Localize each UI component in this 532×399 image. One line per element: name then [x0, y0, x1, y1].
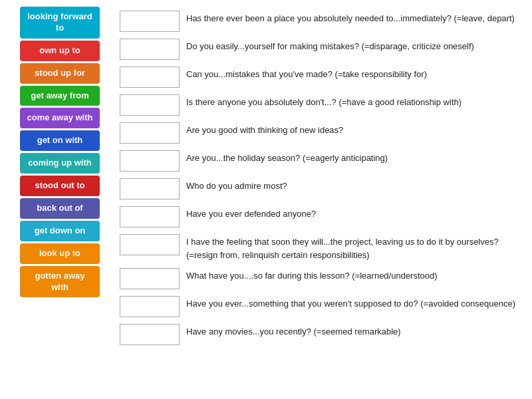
clue-text-11: Have any movies...you recently? (=seemed…: [186, 324, 401, 338]
match-row-3: Is there anyone you absolutely don't...?…: [120, 92, 525, 118]
match-row-0: Has there ever been a place you absolute…: [120, 8, 525, 35]
phrase-button-1[interactable]: own up to: [20, 41, 100, 61]
phrase-button-2[interactable]: stood up for: [20, 63, 100, 84]
phrase-list: looking forward toown up tostood up forg…: [7, 7, 113, 392]
answer-box-6[interactable]: [120, 178, 180, 200]
answer-box-5[interactable]: [120, 150, 180, 172]
answer-box-7[interactable]: [120, 206, 180, 227]
answer-box-8[interactable]: [120, 234, 180, 255]
answer-box-3[interactable]: [120, 94, 180, 116]
phrase-button-5[interactable]: get on with: [20, 130, 100, 151]
match-row-2: Can you...mistakes that you've made? (=t…: [120, 64, 525, 90]
phrase-button-11[interactable]: gotten away with: [20, 266, 100, 298]
phrase-button-0[interactable]: looking forward to: [20, 7, 100, 39]
clue-text-5: Are you...the holiday season? (=eagerly …: [186, 150, 388, 165]
phrase-button-3[interactable]: get away from: [20, 86, 100, 106]
answer-box-2[interactable]: [120, 66, 180, 88]
phrase-button-8[interactable]: back out of: [20, 198, 100, 219]
match-row-5: Are you...the holiday season? (=eagerly …: [120, 148, 525, 174]
clue-text-9: What have you....so far during this less…: [186, 268, 438, 283]
answer-box-1[interactable]: [120, 39, 180, 60]
clue-text-7: Have you ever defended anyone?: [186, 206, 316, 221]
clue-text-2: Can you...mistakes that you've made? (=t…: [186, 66, 427, 81]
clue-list: Has there ever been a place you absolute…: [120, 7, 525, 392]
answer-box-4[interactable]: [120, 122, 180, 144]
match-row-7: Have you ever defended anyone?: [120, 203, 525, 230]
answer-box-11[interactable]: [120, 324, 180, 345]
phrase-button-6[interactable]: coming up with: [20, 153, 100, 174]
clue-text-8: I have the feeling that soon they will..…: [186, 234, 525, 261]
answer-box-10[interactable]: [120, 296, 180, 317]
match-row-1: Do you easily...yourself for making mist…: [120, 36, 525, 63]
clue-text-3: Is there anyone you absolutely don't...?…: [186, 94, 462, 109]
phrase-button-9[interactable]: get down on: [20, 221, 100, 241]
answer-box-0[interactable]: [120, 11, 180, 32]
answer-box-9[interactable]: [120, 268, 180, 289]
clue-text-4: Are you good with thinking of new ideas?: [186, 122, 343, 137]
match-row-9: What have you....so far during this less…: [120, 265, 525, 292]
phrase-button-7[interactable]: stood out to: [20, 176, 100, 196]
phrase-button-10[interactable]: look up to: [20, 243, 100, 264]
match-row-11: Have any movies...you recently? (=seemed…: [120, 321, 525, 348]
clue-text-1: Do you easily...yourself for making mist…: [186, 39, 474, 53]
clue-text-0: Has there ever been a place you absolute…: [186, 11, 515, 25]
match-row-6: Who do you admire most?: [120, 176, 525, 202]
clue-text-10: Have you ever...something that you weren…: [186, 296, 515, 311]
match-row-8: I have the feeling that soon they will..…: [120, 231, 525, 264]
phrase-button-4[interactable]: come away with: [20, 108, 100, 128]
match-row-4: Are you good with thinking of new ideas?: [120, 120, 525, 146]
clue-text-6: Who do you admire most?: [186, 178, 287, 193]
match-row-10: Have you ever...something that you weren…: [120, 293, 525, 320]
